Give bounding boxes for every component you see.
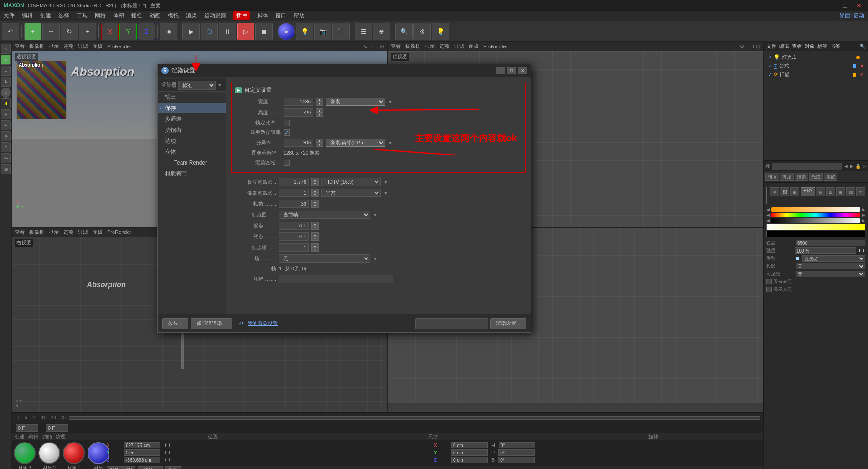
fps-down[interactable]: ▼ <box>311 204 319 208</box>
material-item-2[interactable]: 材质.2 <box>38 442 60 469</box>
size-z-input[interactable] <box>451 457 488 463</box>
menu-render[interactable]: 渲染 <box>186 12 197 20</box>
width-down[interactable]: ▼ <box>316 102 323 106</box>
menu-simulate[interactable]: 模拟 <box>168 12 179 20</box>
tab-caustic[interactable]: 集散 <box>824 173 837 181</box>
left-tool-s[interactable]: S <box>1 98 11 108</box>
left-tool-select[interactable]: ↖ <box>1 44 11 54</box>
vp-tr-menu-panel[interactable]: 面板 <box>469 43 479 50</box>
cube-btn[interactable]: ⬡ <box>201 23 218 40</box>
film-down[interactable]: ▼ <box>311 182 319 186</box>
menu-snap[interactable]: 捕捉 <box>131 12 142 20</box>
pen-icon[interactable]: ✏ <box>856 187 865 196</box>
height-down[interactable]: ▼ <box>316 113 323 117</box>
mat-tab-edit[interactable]: 编辑 <box>28 433 38 440</box>
obj-header-tag[interactable]: 标签 <box>817 43 827 50</box>
vp-tr-menu-look[interactable]: 查看 <box>391 43 401 50</box>
frame-start-input[interactable] <box>16 424 38 432</box>
film-ratio-input[interactable] <box>279 178 309 186</box>
vp-tr-menu-prorender[interactable]: ProRender <box>483 44 507 49</box>
section-toggle[interactable]: ▶ <box>235 87 242 93</box>
obj-header-edit[interactable]: 编辑 <box>779 43 789 50</box>
play-btn[interactable]: ▶ <box>182 23 200 40</box>
pos-y-input[interactable] <box>124 449 160 456</box>
width-up[interactable]: ▲ <box>316 98 323 102</box>
add-btn[interactable]: + <box>79 23 96 40</box>
left-tool-paint[interactable]: ✏ <box>1 153 11 163</box>
vp-tl-menu-display[interactable]: 显示 <box>49 43 59 50</box>
sidebar-item-matoverwrite[interactable]: 材质表写 <box>158 168 226 179</box>
camera-btn[interactable]: 📷 <box>314 23 331 40</box>
res-down[interactable]: ▼ <box>316 143 323 147</box>
width-input[interactable] <box>284 98 313 106</box>
x-axis-btn[interactable]: X <box>101 23 119 40</box>
start-input[interactable] <box>279 222 309 230</box>
floor-btn[interactable]: ☰ <box>355 23 372 40</box>
left-tool-star[interactable]: ✶ <box>1 109 11 119</box>
undo-btn[interactable]: ↶ <box>2 23 19 40</box>
vp-tl-menu-filter[interactable]: 过滤 <box>78 43 88 50</box>
dialog-maximize[interactable]: □ <box>507 67 516 74</box>
rotate-btn[interactable]: ↻ <box>61 23 78 40</box>
pixel-ratio-input[interactable] <box>279 189 309 197</box>
color-slider-rainbow[interactable] <box>771 213 860 217</box>
sidebar-item-multipass[interactable]: 多通道 <box>158 113 226 124</box>
tree-item-formula[interactable]: ✓ ∑ 公式 ✕ <box>765 62 866 70</box>
color-swatch[interactable] <box>766 187 767 204</box>
y-axis-btn[interactable]: Y <box>119 23 137 40</box>
mat-tab-create[interactable]: 创建 <box>15 433 25 440</box>
left-tool-magnet[interactable]: ⊓ <box>1 142 11 152</box>
obj-header-object[interactable]: 对象 <box>805 43 815 50</box>
timeline-bar-track[interactable] <box>69 416 760 420</box>
end-down[interactable]: ▼ <box>311 237 319 241</box>
settings-btn[interactable]: ⚙ <box>413 23 431 40</box>
height-up[interactable]: ▲ <box>316 108 323 113</box>
sidebar-item-save[interactable]: 保存 <box>158 103 226 113</box>
vp-tl-menu-panel[interactable]: 面板 <box>93 43 103 50</box>
pixel-up[interactable]: ▲ <box>311 189 319 193</box>
vp-tr-menu-filter[interactable]: 过滤 <box>454 43 464 50</box>
frame-range-select[interactable]: 当前帧 <box>279 211 370 219</box>
color-slider-orange[interactable] <box>771 207 860 212</box>
vp-bl-menu-filter[interactable]: 过滤 <box>78 229 88 236</box>
left-tool-mirror[interactable]: ⊞ <box>1 164 11 174</box>
tab-visible[interactable]: 可见 <box>780 173 794 181</box>
object-mode-btn[interactable]: 对象 (标对) <box>107 466 135 469</box>
mat-tab-function[interactable]: 功能 <box>42 433 52 440</box>
width-unit-select[interactable]: 像素 <box>326 98 385 106</box>
nav-more[interactable]: ▷ <box>863 164 866 169</box>
size-h-input[interactable] <box>499 442 535 448</box>
color-picker-icon[interactable]: ◈ <box>770 187 779 196</box>
dialog-minimize[interactable]: — <box>496 67 505 74</box>
pixel-down[interactable]: ▼ <box>311 193 319 197</box>
tab-shadow[interactable]: 投影 <box>795 173 808 181</box>
vp-tl-menu-options[interactable]: 连项 <box>63 43 73 50</box>
left-tool-move[interactable]: ✦ <box>1 55 11 65</box>
maximize-btn[interactable]: □ <box>841 2 850 9</box>
menu-plugin[interactable]: 脚本 <box>257 12 268 20</box>
film-ratio-select[interactable]: HDTV (16:9) <box>321 178 381 186</box>
slider-arrow-right-3[interactable]: ▶ <box>862 218 865 223</box>
fps-input[interactable] <box>279 200 309 208</box>
light-btn[interactable]: 💡 <box>296 23 313 40</box>
color-extra-4[interactable]: ▧ <box>846 187 855 196</box>
sidebar-item-stereo[interactable]: 立体 <box>158 146 226 157</box>
color-extra-1[interactable]: ▤ <box>816 187 825 196</box>
nav-arrow-left[interactable]: ◀ <box>844 164 848 169</box>
start-up[interactable]: ▲ <box>311 222 319 226</box>
nav-lock[interactable]: 🔒 <box>855 164 861 169</box>
obj-header-bookmark[interactable]: 书签 <box>830 43 840 50</box>
size-x-input[interactable] <box>451 442 488 448</box>
color-photo-icon[interactable]: 🖼 <box>780 187 789 196</box>
frame-current-input[interactable] <box>46 424 68 432</box>
color-gradient-icon[interactable]: ▦ <box>790 187 799 196</box>
menu-script-motion[interactable]: 运动跟踪 <box>204 12 226 20</box>
left-tool-circle[interactable]: ○ <box>1 88 11 98</box>
size-p-input[interactable] <box>498 449 535 456</box>
move-btn[interactable]: ✦ <box>24 23 41 40</box>
scale-btn[interactable]: ↔ <box>42 23 60 40</box>
start-down[interactable]: ▼ <box>311 226 319 230</box>
prop-showlight-check[interactable] <box>766 287 772 292</box>
vp-tr-menu-cam[interactable]: 摄像机 <box>405 43 420 50</box>
vp-bl-menu-options[interactable]: 选项 <box>63 229 73 236</box>
